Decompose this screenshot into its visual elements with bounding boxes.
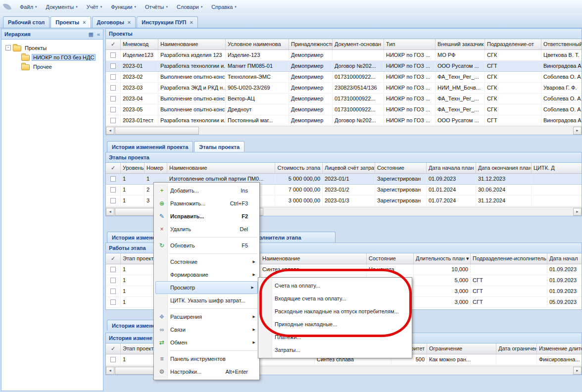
grid-icon[interactable]: ▦ <box>88 31 93 38</box>
column-header[interactable]: Лицевой счёт затрат <box>323 163 375 173</box>
column-header-select[interactable]: ✓ <box>106 343 121 354</box>
checkbox[interactable] <box>110 63 116 69</box>
scroll-left-button[interactable]: ◄ <box>106 127 114 135</box>
column-header[interactable]: Подразделение-исполнитель.. <box>471 253 547 264</box>
column-header[interactable]: Наименование <box>158 39 226 49</box>
tab-label: История измене <box>112 235 155 241</box>
menubar-item-1[interactable]: Файл▾ <box>15 2 42 11</box>
column-header[interactable]: Тип <box>384 39 436 49</box>
column-header[interactable]: Условное наименова <box>226 39 289 49</box>
column-header[interactable]: Документ-основан <box>333 39 384 49</box>
tab-4[interactable]: Инструкции ПУП× <box>137 16 198 28</box>
column-header[interactable]: Дата ограничения <box>496 343 537 354</box>
menubar-item-2[interactable]: Документы▾ <box>42 2 82 11</box>
checkbox[interactable] <box>110 107 116 112</box>
menubar-item-5[interactable]: Отчёты▾ <box>141 2 172 11</box>
scroll-left-button[interactable]: ◄ <box>106 208 114 216</box>
checkbox[interactable] <box>110 198 116 203</box>
menu-item[interactable]: Формирование▶ <box>154 268 259 281</box>
tab-1[interactable]: Рабочий стол <box>3 16 49 28</box>
menu-item[interactable]: ×УдалитьDel <box>154 223 259 236</box>
scroll-left-button[interactable]: ◄ <box>106 367 114 375</box>
menu-item[interactable]: ❖Расширения▶ <box>154 310 259 323</box>
menubar-item-4[interactable]: Функции▾ <box>106 2 141 11</box>
column-header[interactable]: Наименование <box>167 163 275 173</box>
checkbox[interactable] <box>110 74 116 80</box>
table-row[interactable]: 2023-01тестРазработка технологии и...Пос… <box>106 115 582 126</box>
menu-item[interactable]: ЦИТК. Указать шифр затрат... <box>154 294 259 307</box>
checkbox[interactable] <box>110 118 116 123</box>
table-row[interactable]: 2023-02Выполнение опытно-конс...Технолог… <box>106 72 582 83</box>
tab-2[interactable]: Этапы проекта <box>194 141 244 152</box>
table-row[interactable]: 2023-01Разработка технологии и...Магнит … <box>106 61 582 72</box>
column-header[interactable]: Стоимость этапа <box>275 163 323 173</box>
menu-item[interactable]: Затраты... <box>259 343 411 356</box>
menubar-item-3[interactable]: Учёт▾ <box>82 2 106 11</box>
checkbox[interactable] <box>110 187 116 193</box>
column-header[interactable]: Принадлежность <box>289 39 333 49</box>
column-header[interactable]: Состояние <box>367 253 414 264</box>
menu-item[interactable]: Состояние▶ <box>154 255 259 268</box>
tab-3[interactable]: Договоры× <box>92 16 136 28</box>
checkbox[interactable] <box>110 85 116 91</box>
menu-item[interactable]: ⊕Размножить...Ctrl+F3 <box>154 197 259 210</box>
table-cell: НИОКР по ГОЗ ... <box>384 83 436 93</box>
menu-item[interactable]: ✎Исправить...F2 <box>154 210 259 223</box>
menubar-item-7[interactable]: Справка▾ <box>207 2 241 11</box>
scroll-right-button[interactable]: ► <box>573 208 582 216</box>
checkbox[interactable] <box>110 52 116 58</box>
grid-body: Изделие123Разработка изделия 123Изделие-… <box>106 50 582 126</box>
column-header[interactable]: Ограничение <box>427 343 496 354</box>
column-header[interactable]: Номер <box>145 163 167 173</box>
column-header[interactable]: Ответственный <box>541 39 582 49</box>
checkbox[interactable] <box>110 357 116 362</box>
menubar-item-6[interactable]: Словари▾ <box>172 2 207 11</box>
menu-item[interactable]: ⇄Обмен▶ <box>154 336 259 349</box>
table-row[interactable]: 2023-03Разработка ЭКД и РКД н...905-U020… <box>106 83 582 94</box>
column-header[interactable]: ЦИТК. Д <box>532 163 582 173</box>
checkbox[interactable] <box>110 278 116 283</box>
checkbox[interactable] <box>110 299 116 305</box>
column-header[interactable]: Дата начала план <box>427 163 476 173</box>
collapse-icon[interactable]: « <box>97 31 100 38</box>
menu-item[interactable]: ⚙Настройки...Alt+Enter <box>154 365 259 378</box>
column-header[interactable]: Дата начал <box>547 253 582 264</box>
column-header[interactable]: Дата окончания план <box>476 163 532 173</box>
table-cell: НИОКР по ГОЗ ... <box>384 50 436 60</box>
column-header[interactable]: Длительность план ▾ <box>414 253 471 264</box>
close-icon[interactable]: × <box>128 20 131 25</box>
checkbox[interactable] <box>110 267 116 272</box>
menu-item[interactable]: +Добавить...Ins <box>154 184 259 197</box>
checkbox[interactable] <box>110 176 116 182</box>
column-header-select[interactable]: ✓ <box>106 163 121 173</box>
menu-item[interactable]: ↻ОбновитьF5 <box>154 239 259 252</box>
tab-1[interactable]: История изменений проекта <box>107 141 193 152</box>
column-header[interactable]: Изменение длите <box>537 343 582 354</box>
table-row[interactable]: 2023-05Выполнение опытно-конс...Дредноут… <box>106 104 582 115</box>
tree-item[interactable]: НИОКР по ГОЗ без НДС <box>1 52 103 62</box>
column-header[interactable]: Состояние <box>375 163 427 173</box>
close-icon[interactable]: × <box>83 20 86 25</box>
table-row[interactable]: 2023-04Выполнение опытно-конс...Вектор-А… <box>106 94 582 104</box>
menu-item[interactable]: Просмотр▶ <box>155 281 258 294</box>
close-icon[interactable]: × <box>190 20 193 25</box>
menu-item[interactable]: ≡Панель инструментов <box>154 352 259 365</box>
expander-icon[interactable]: - <box>5 45 11 50</box>
column-header[interactable]: Наименование <box>260 253 367 264</box>
column-header[interactable]: Внешний заказчик <box>436 39 485 49</box>
menu-item[interactable]: ∞Связи▶ <box>154 323 259 336</box>
scrollbar-thumb[interactable] <box>115 127 199 135</box>
tree-item[interactable]: -Проекты <box>1 43 103 52</box>
column-header[interactable]: Подразделение-от <box>485 39 541 49</box>
scroll-right-button[interactable]: ► <box>573 127 582 135</box>
scroll-right-button[interactable]: ► <box>573 367 582 375</box>
column-header-select[interactable]: ✓ <box>106 253 121 264</box>
table-row[interactable]: Изделие123Разработка изделия 123Изделие-… <box>106 50 582 61</box>
checkbox[interactable] <box>110 96 116 101</box>
tab-2[interactable]: Проекты× <box>50 16 91 28</box>
checkbox[interactable] <box>110 289 116 294</box>
column-header[interactable]: Уровень <box>121 163 145 173</box>
column-header-select[interactable]: ✓ <box>106 39 121 49</box>
column-header[interactable]: Мнемокод <box>121 39 158 49</box>
tree-item[interactable]: Прочее <box>1 62 103 71</box>
